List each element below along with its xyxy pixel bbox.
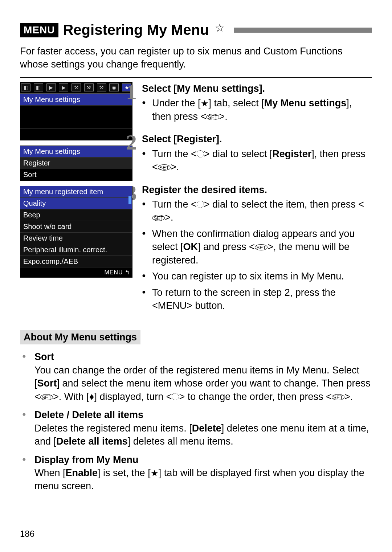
title-star-icon: ☆ (215, 21, 225, 34)
about-list: Sort You can change the order of the reg… (20, 350, 372, 492)
tab-strip: ◧ ◧ ▶ ▶ ⚒ ⚒ ⚒ ◉ ★ (20, 82, 132, 94)
tab-icon: ⚒ (97, 83, 106, 91)
instructions-column: 1 Select [My Menu settings]. Under the [… (139, 82, 372, 322)
menu-item: Peripheral illumin. correct. (20, 244, 132, 255)
tab-icon: ◧ (34, 83, 43, 91)
about-heading: About My Menu settings (20, 330, 140, 344)
about-item-delete: Delete / Delete all items Deletes the re… (20, 408, 372, 448)
about-item-title: Sort (34, 351, 54, 362)
camera-screen-2: My Menu settings Register Sort (20, 146, 132, 181)
set-icon: SET (40, 394, 53, 400)
menu-item: Review time (20, 232, 132, 244)
about-item-title: Display from My Menu (34, 454, 139, 465)
menu-item: Shoot w/o card (20, 221, 132, 232)
tab-icon: ◉ (109, 83, 119, 91)
step-title: Register the desired items. (142, 183, 372, 196)
step-bullet: Turn the <> dial to select the item, the… (142, 198, 372, 224)
set-icon: SET (158, 164, 171, 171)
tab-icon: ⚒ (84, 83, 94, 91)
menu-item-selected: Quality (20, 197, 132, 209)
dial-icon (172, 393, 179, 400)
step-number: 1 (126, 82, 139, 126)
tab-icon: ▶ (59, 83, 68, 91)
menu-back-label: MENU ↰ (20, 267, 132, 277)
menu-item-empty (20, 105, 132, 117)
step-title: Select [My Menu settings]. (142, 82, 372, 95)
menu-item-empty (20, 128, 132, 140)
step-bullet: To return to the screen in step 2, press… (142, 286, 372, 312)
step-3: 3 Register the desired items. Turn the <… (139, 183, 372, 315)
screenshots-column: ◧ ◧ ▶ ▶ ⚒ ⚒ ⚒ ◉ ★ My Menu settings My Me… (20, 82, 132, 322)
content-columns: ◧ ◧ ▶ ▶ ⚒ ⚒ ⚒ ◉ ★ My Menu settings My Me… (20, 82, 372, 322)
up-down-icon: ♦ (89, 391, 94, 402)
star-icon: ★ (201, 98, 209, 110)
tab-icon: ◧ (21, 83, 30, 91)
about-item-sort: Sort You can change the order of the reg… (20, 350, 372, 403)
step-title: Select [Register]. (142, 132, 372, 146)
scroll-indicator (128, 196, 131, 204)
step-bullet: Turn the <> dial to select [Register], t… (142, 147, 372, 174)
camera-screen-1: ◧ ◧ ▶ ▶ ⚒ ⚒ ⚒ ◉ ★ My Menu settings (20, 82, 132, 140)
set-icon: SET (206, 114, 219, 120)
step-bullet: Under the [★] tab, select [My Menu setti… (142, 97, 372, 123)
step-bullet: When the confirmation dialog appears and… (142, 227, 372, 267)
menu-badge: MENU (20, 23, 58, 37)
menu-item-empty (20, 117, 132, 128)
manual-page: MENU Registering My Menu ☆ For faster ac… (0, 0, 392, 552)
menu-item: Sort (20, 169, 132, 180)
page-title-row: MENU Registering My Menu ☆ (20, 22, 372, 38)
menu-item: Expo.comp./AEB (20, 255, 132, 267)
title-bar (234, 28, 372, 33)
step-number: 2 (126, 132, 139, 176)
menu-item: Beep (20, 209, 132, 221)
menu-item: Register (20, 157, 132, 169)
camera-screen-3: My menu registered item Quality Beep Sho… (20, 186, 132, 278)
set-icon: SET (255, 244, 268, 250)
screen-header: My Menu settings (20, 146, 132, 157)
step-2: 2 Select [Register]. Turn the <> dial to… (139, 132, 372, 176)
menu-item-selected: My Menu settings (20, 94, 132, 105)
star-icon: ★ (151, 467, 159, 479)
about-item-title: Delete / Delete all items (34, 409, 143, 420)
screen-header: My menu registered item (20, 186, 132, 197)
step-1: 1 Select [My Menu settings]. Under the [… (139, 82, 372, 126)
page-number: 186 (20, 529, 34, 539)
dial-icon (197, 201, 204, 208)
set-icon: SET (152, 215, 165, 221)
set-icon: SET (332, 394, 344, 400)
intro-text: For faster access, you can register up t… (20, 45, 372, 71)
step-bullet: You can register up to six items in My M… (142, 270, 372, 283)
about-item-display: Display from My Menu When [Enable] is se… (20, 453, 372, 493)
dial-icon (197, 150, 204, 158)
page-title: Registering My Menu (63, 22, 209, 38)
divider (20, 77, 372, 78)
tab-icon: ⚒ (72, 83, 81, 91)
tab-icon: ▶ (46, 83, 56, 91)
